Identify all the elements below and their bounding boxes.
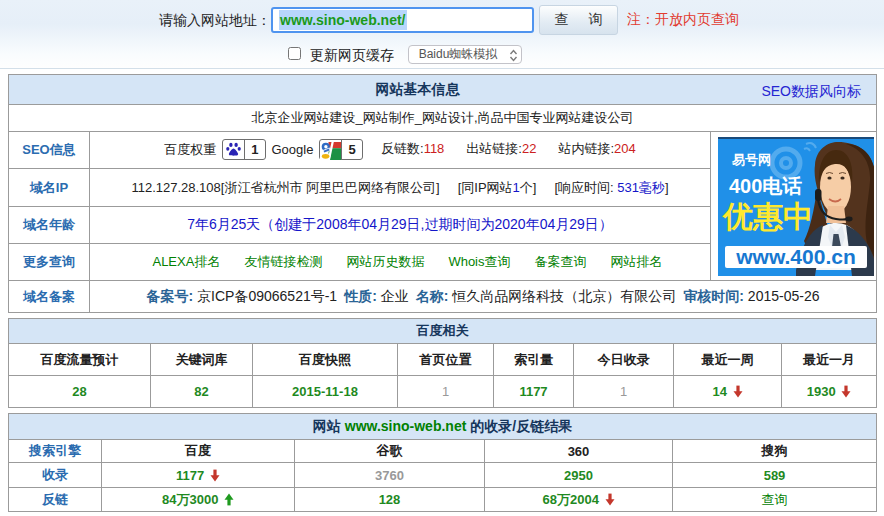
svg-text:www.400.cn: www.400.cn (735, 245, 855, 268)
svg-text:易号网: 易号网 (731, 152, 771, 167)
svg-text:400电话: 400电话 (729, 175, 802, 197)
svg-text:优惠中: 优惠中 (722, 200, 813, 233)
